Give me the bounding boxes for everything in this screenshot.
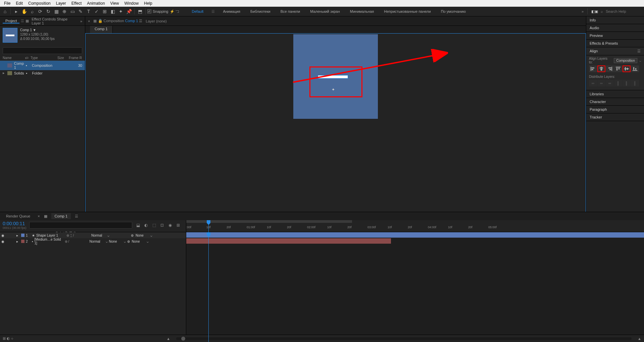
layer-row-2[interactable]: ◉ ▸ 2 ▪ [Medium…e Solid 1] ⊛ / Normal⌵ N…: [0, 238, 186, 244]
menu-file[interactable]: File: [1, 1, 13, 6]
snapping-toggle[interactable]: ✓ Snapping ⚡ ⫎: [147, 9, 179, 14]
panel-character[interactable]: Character: [586, 98, 644, 106]
graph-editor-icon[interactable]: ⊞: [175, 222, 181, 228]
hand-tool-icon[interactable]: ✋: [20, 8, 28, 15]
align-left-button[interactable]: [589, 65, 597, 72]
roto-tool-icon[interactable]: ✦: [117, 8, 125, 15]
sync-icon[interactable]: ◧▣: [591, 9, 598, 14]
menu-animation[interactable]: Animation: [84, 1, 107, 6]
asset-comp1[interactable]: Comp 1 ▪ Composition 30: [0, 61, 85, 70]
shy-icon[interactable]: ⬚: [151, 222, 157, 228]
align-vertical-center-button[interactable]: [623, 65, 631, 72]
menu-help[interactable]: Help: [141, 1, 155, 6]
type-tool-icon[interactable]: T: [85, 8, 92, 15]
asset-solids[interactable]: ▸ Solids ▪ Folder: [0, 70, 85, 76]
tab-project[interactable]: Project: [3, 19, 19, 23]
zoom-out-icon[interactable]: ▲: [166, 337, 170, 341]
tab-close-icon[interactable]: ×: [38, 214, 40, 218]
col-size-header[interactable]: Size: [57, 56, 69, 60]
puppet-tool-icon[interactable]: 📌: [125, 8, 133, 15]
menu-view[interactable]: View: [108, 1, 122, 6]
orbit-tool-icon[interactable]: ⟳: [37, 8, 44, 15]
panel-libraries[interactable]: Libraries: [586, 90, 644, 98]
layer-color-icon[interactable]: [21, 240, 24, 243]
workspace-default[interactable]: Default: [190, 9, 206, 14]
panel-align[interactable]: Align☰: [586, 47, 644, 55]
panel-close-icon[interactable]: ×: [88, 19, 90, 23]
home-icon[interactable]: ⌂: [1, 8, 9, 15]
zoom-tool-icon[interactable]: ⌕: [29, 8, 36, 15]
align-bottom-button[interactable]: [631, 65, 639, 72]
panel-overflow-icon[interactable]: »: [80, 19, 82, 23]
tab-timeline-comp1[interactable]: Comp 1: [51, 213, 71, 219]
workspace-undocked[interactable]: Непристыкованные панели: [382, 9, 433, 14]
panel-paragraph[interactable]: Paragraph: [586, 106, 644, 113]
timeline-timecode[interactable]: 0:00:00:11: [3, 221, 27, 226]
menu-edit[interactable]: Edit: [13, 1, 26, 6]
menu-composition[interactable]: Composition: [26, 1, 53, 6]
anchor-point-icon[interactable]: ✦: [332, 88, 335, 91]
playhead-line[interactable]: [208, 232, 209, 335]
pan-behind-tool-icon[interactable]: ⊕: [61, 8, 68, 15]
timeline-zoom-slider[interactable]: [176, 337, 632, 340]
menu-window[interactable]: Window: [121, 1, 141, 6]
comp-thumbnail[interactable]: [3, 28, 17, 43]
shape-layer-rect[interactable]: [318, 75, 348, 79]
comp-tab-comp1[interactable]: Comp 1: [90, 26, 113, 33]
align-horizontal-center-button[interactable]: [597, 65, 605, 72]
local-axis-icon[interactable]: ⬒: [136, 8, 144, 15]
panel-preview[interactable]: Preview: [586, 32, 644, 40]
col-frame-header[interactable]: Frame R: [69, 56, 82, 60]
panel-info[interactable]: Info: [586, 16, 644, 24]
workspace-all-panels[interactable]: Все панели: [279, 9, 302, 14]
panel-audio[interactable]: Audio: [586, 24, 644, 32]
layer-panel-label[interactable]: Layer (none): [146, 19, 166, 23]
composition-canvas[interactable]: ✦: [293, 34, 378, 119]
brush-tool-icon[interactable]: ✓: [93, 8, 100, 15]
align-target-dropdown[interactable]: Composition: [614, 58, 637, 63]
workspace-animation[interactable]: Анимация: [221, 9, 242, 14]
tab-render-queue[interactable]: Render Queue: [3, 213, 34, 219]
panel-tracker[interactable]: Tracker: [586, 113, 644, 121]
timeline-tracks-area[interactable]: [186, 232, 644, 335]
workspace-libraries[interactable]: Библиотеки: [248, 9, 273, 14]
rotation-tool-icon[interactable]: ↻: [45, 8, 52, 15]
layer-color-icon[interactable]: [21, 234, 24, 237]
search-help-input[interactable]: [606, 9, 639, 13]
project-search-input[interactable]: [3, 47, 82, 54]
shape-tool-icon[interactable]: ▭: [69, 8, 76, 15]
visibility-toggle-icon[interactable]: ◉: [1, 234, 4, 237]
workspace-default-ru[interactable]: По умолчанию: [439, 9, 468, 14]
layer-row-1[interactable]: ◉ ▸ 1 ★ Shape Layer 1 ⊛ ⌶ / Normal⌵ ⊚ No…: [0, 232, 186, 238]
visibility-toggle-icon[interactable]: ◉: [1, 240, 4, 243]
menu-effect[interactable]: Effect: [69, 1, 84, 6]
tab-effect-controls[interactable]: Effect Controls Shape Layer 1: [29, 17, 80, 25]
toggle-switches-icon[interactable]: ⊞ ◐ ⟐: [3, 336, 13, 341]
timeline-search-input[interactable]: [29, 222, 132, 229]
motion-blur-icon[interactable]: ◉: [167, 222, 173, 228]
selection-tool-icon[interactable]: ▸: [12, 8, 20, 15]
align-right-button[interactable]: [606, 65, 614, 72]
workspace-small-screen[interactable]: Маленький экран: [308, 9, 342, 14]
col-name-header[interactable]: Name: [3, 56, 25, 60]
align-top-button[interactable]: [614, 65, 622, 72]
eraser-tool-icon[interactable]: ◧: [109, 8, 116, 15]
menu-layer[interactable]: Layer: [53, 1, 69, 6]
pen-tool-icon[interactable]: ✎: [77, 8, 84, 15]
panel-effects-presets[interactable]: Effects & Presets: [586, 40, 644, 47]
workspace-minimal[interactable]: Минимальная: [348, 9, 376, 14]
snapping-options-icon[interactable]: ⚡ ⫎: [170, 9, 179, 14]
frame-blend-icon[interactable]: ⊡: [159, 222, 165, 228]
draft-3d-icon[interactable]: ◐: [143, 222, 149, 228]
layer-bar-2[interactable]: [186, 238, 391, 244]
timeline-ruler[interactable]: [186, 220, 644, 226]
col-type-header[interactable]: Type: [31, 56, 57, 60]
camera-tool-icon[interactable]: ▦: [53, 8, 60, 15]
clone-tool-icon[interactable]: ⊞: [101, 8, 108, 15]
comp-mini-flowchart-icon[interactable]: ⬓: [135, 222, 141, 228]
snapping-checkbox-icon[interactable]: ✓: [147, 9, 151, 13]
flowchart-icon[interactable]: ▦: [93, 19, 98, 23]
zoom-in-icon[interactable]: ▲: [638, 337, 641, 341]
align-panel-menu-icon[interactable]: ☰: [637, 49, 641, 53]
layer-bar-1[interactable]: [186, 232, 644, 238]
